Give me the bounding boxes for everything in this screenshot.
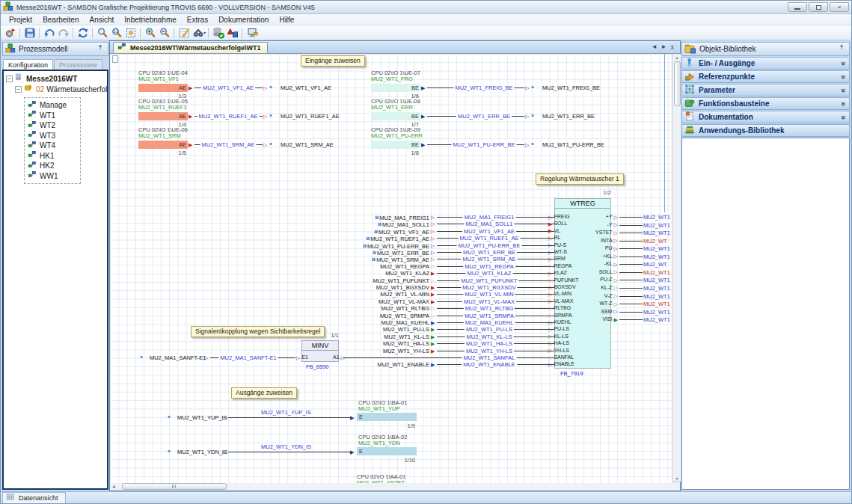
wtreg-input-source[interactable]: MU2_WT1_VL-MAX xyxy=(304,298,429,305)
tree-item-wt3[interactable]: WT3 xyxy=(28,131,80,141)
expander-icon[interactable]: − xyxy=(15,86,22,93)
wire-label[interactable]: MU2_WT1_ERR_BE xyxy=(456,113,512,120)
signal-ref-label[interactable]: MU2_WT1_YUP_IS xyxy=(177,414,227,421)
wire-label[interactable]: MU2_WT1_PU-LS xyxy=(465,326,514,333)
tree-item-wt2[interactable]: WT2 xyxy=(28,120,80,131)
wire-label[interactable]: MU2_WT1_VF1_AE xyxy=(201,84,255,91)
note-assign-outputs[interactable]: Ausgänge zuweisen xyxy=(231,387,297,399)
chevron-double-icon[interactable]: » xyxy=(839,61,848,65)
wtreg-input-source[interactable]: MU2_WT1_PUFUNKT xyxy=(304,277,429,284)
wire-label[interactable]: MU2_WT1_HA-LS xyxy=(465,340,514,347)
analog-input-block[interactable]: AE xyxy=(138,84,188,92)
wire-label[interactable]: MU2_WT1_KL-LS xyxy=(465,334,514,340)
menu-item-projekt[interactable]: Projekt xyxy=(4,15,37,25)
wtreg-input-source[interactable]: MU2_WT1_HA-LS xyxy=(304,340,429,347)
wire-label[interactable]: MU2_WT1_YH-LS xyxy=(465,348,514,354)
binary-input-block[interactable]: BE xyxy=(371,112,420,120)
wtreg-output-label[interactable]: MU2_WT1 xyxy=(643,230,670,236)
wire-label[interactable]: MU2_WT1_ENABLE xyxy=(462,361,517,368)
wtreg-output-label[interactable]: MU2_WT1 xyxy=(643,222,670,229)
signal-ref-label[interactable]: MU2_MA1_SANFT-E1 xyxy=(150,354,206,361)
zoom-button[interactable] xyxy=(95,26,109,40)
tree-root[interactable]: −Messe2016WT xyxy=(6,73,107,84)
wire-label[interactable]: MU2_WT1_RLTBG xyxy=(464,305,515,312)
tree-item-manage[interactable]: Manage xyxy=(28,100,80,111)
scroll-up-icon[interactable]: ▴ xyxy=(675,55,678,60)
wtreg-output-label[interactable]: MU2_WT1 xyxy=(643,277,670,283)
zoom-fit-button[interactable] xyxy=(123,26,138,40)
document-tab[interactable]: Messe2016WT\Wärmetauscherfolge\WT1 xyxy=(113,42,268,53)
diagram-canvas[interactable]: Eingänge zuweisenRegelung Wärmetauscher … xyxy=(110,54,672,483)
wtreg-output-label[interactable]: MU2_WT1 xyxy=(643,309,670,316)
expander-icon[interactable]: − xyxy=(6,76,13,82)
wtreg-output-label[interactable]: MU2_WT1 xyxy=(643,301,670,307)
io-tag[interactable]: MU2_WT1_FRG xyxy=(371,76,413,82)
wtreg-input-source[interactable]: MU2_WT1_REGPA xyxy=(304,263,429,270)
tree-group[interactable]: −02Wärmetauscherfolge xyxy=(6,84,107,94)
wire-label[interactable]: MU2_MA1_SANFT-E1 xyxy=(218,354,278,361)
io-tag[interactable]: MU2_WT1_RUEF1 xyxy=(138,104,187,111)
wtreg-input-source[interactable]: MU2_WT1_KLAZ xyxy=(304,270,429,277)
signal-ref-label[interactable]: MU2_WT1_VF1_AE xyxy=(281,84,331,91)
section-referenzpunkte[interactable]: Referenzpunkte» xyxy=(681,70,850,83)
wire-label[interactable]: MU2_WT1_FREIG_BE xyxy=(453,84,514,91)
wire-label[interactable]: MU2_WT1_SANFAL xyxy=(462,354,517,361)
signal-ref-label[interactable]: MU2_WT1_ERR_BE xyxy=(542,113,595,120)
object-colors-button[interactable] xyxy=(225,26,239,40)
tab-next-icon[interactable]: ► xyxy=(661,43,667,51)
undo-button[interactable] xyxy=(42,26,56,40)
wtreg-output-label[interactable]: MU2_WT1 xyxy=(643,245,670,252)
wire-label[interactable]: MU2_WT1_SRM_AE xyxy=(462,256,518,262)
wtreg-input-source[interactable]: MU2_MA1_KUEHL xyxy=(304,319,429,326)
wire-label[interactable]: MU2_WT1_VL-MAX xyxy=(462,298,516,305)
save-button[interactable] xyxy=(22,26,37,40)
minimize-button[interactable] xyxy=(788,2,807,12)
redo-button[interactable] xyxy=(56,26,70,40)
tree-item-wt1[interactable]: WT1 xyxy=(28,111,80,121)
section-anwendungs-bibliothek[interactable]: Anwendungs-Bibliothek xyxy=(681,124,850,137)
chevron-double-icon[interactable]: » xyxy=(839,75,848,79)
wtreg-input-source[interactable]: MU2_WT1_SRMPA xyxy=(304,313,429,319)
io-tag[interactable]: MU2_WT1_YUP xyxy=(358,405,399,412)
refresh-button[interactable] xyxy=(76,26,90,40)
menu-item-hilfe[interactable]: Hilfe xyxy=(274,15,299,25)
pin-icon[interactable] xyxy=(839,44,847,54)
tree-item-hk2[interactable]: HK2 xyxy=(28,161,80,171)
chevron-double-icon[interactable]: » xyxy=(839,115,848,119)
wire-label[interactable]: MU2_WT1_YDN_IS xyxy=(261,443,311,450)
io-tag[interactable]: MU2_WT1_YSTET xyxy=(357,479,405,483)
scroll-down-icon[interactable]: ▾ xyxy=(675,476,678,481)
analog-input-block[interactable]: AE xyxy=(138,141,188,149)
chevron-double-icon[interactable]: » xyxy=(839,102,848,105)
wire-label[interactable]: MU2_MA1_SOLL1 xyxy=(465,221,515,227)
sync-database-button[interactable] xyxy=(211,26,225,40)
signal-ref-label[interactable]: MU2_WT1_RUEF1_AE xyxy=(281,113,340,120)
menu-item-bearbeiten[interactable]: Bearbeiten xyxy=(37,15,84,25)
wtreg-input-source[interactable]: MU2_WT1_VL-MIN xyxy=(304,291,429,298)
wtreg-output-label[interactable]: MU2_WT xyxy=(643,261,667,268)
remote-monitor-button[interactable] xyxy=(245,26,259,40)
wire-label[interactable]: MU2_WT1_VL-MIN xyxy=(463,291,515,298)
io-tag[interactable]: MU2_WT1_VF1 xyxy=(138,76,179,82)
wire-label[interactable]: MU2_WT1_KLAZ xyxy=(466,270,513,277)
horizontal-scroll-thumb[interactable] xyxy=(122,483,227,490)
io-tag[interactable]: MU2_WT1_SRM xyxy=(138,132,181,139)
wire-label[interactable]: MU2_WT1_SRM_AE xyxy=(200,141,257,148)
wtreg-input-source[interactable]: MU2_WT1_BGXSDV xyxy=(304,284,429,291)
wire-label[interactable]: MU2_WT1_SRMPA xyxy=(463,313,515,319)
restore-button[interactable] xyxy=(809,2,828,12)
wtreg-output-label[interactable]: MU2_WT1 xyxy=(643,253,670,260)
signal-ref-label[interactable]: MU2_WT1_SRM_AE xyxy=(281,141,334,148)
section-funktionsbausteine[interactable]: Funktionsbausteine» xyxy=(681,97,850,110)
analog-input-block[interactable]: AE xyxy=(138,112,188,120)
zoom-100-button[interactable]: 1:1 xyxy=(109,26,123,40)
wtreg-input-source[interactable]: MU2_WT1_YH-LS xyxy=(304,348,429,354)
signal-ref-label[interactable]: MU2_WT1_YDN_IS xyxy=(177,449,227,455)
wire-label[interactable]: MU2_WT1_PU-ERR_BE xyxy=(452,141,517,148)
tree-item-hk1[interactable]: HK1 xyxy=(28,151,80,162)
binary-output-block[interactable]: E xyxy=(357,413,417,421)
binary-input-block[interactable]: BE xyxy=(371,141,420,149)
wire-label[interactable]: MU2_WT1_REGPA xyxy=(463,263,515,270)
wire-label[interactable]: MU2_MA1_KUEHL xyxy=(464,319,515,326)
binary-output-block[interactable]: E xyxy=(357,447,417,455)
